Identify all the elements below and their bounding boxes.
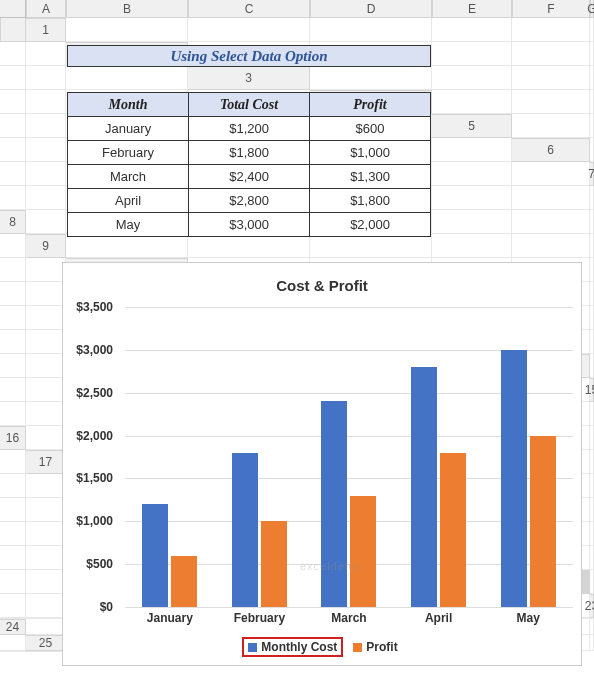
table-cell[interactable]: $1,800 (189, 141, 310, 165)
cell[interactable] (432, 42, 512, 66)
bar[interactable] (501, 350, 527, 607)
cell[interactable] (0, 354, 26, 378)
cell[interactable] (432, 18, 512, 42)
column-header[interactable]: G (590, 0, 594, 18)
table-cell[interactable]: January (68, 117, 189, 141)
bar[interactable] (411, 367, 437, 607)
cell[interactable] (432, 186, 512, 210)
cell[interactable] (590, 635, 594, 651)
cell[interactable] (66, 18, 188, 42)
cell[interactable] (590, 234, 594, 258)
cell[interactable] (432, 234, 512, 258)
cell[interactable] (590, 522, 594, 546)
bar[interactable] (530, 436, 556, 607)
cell[interactable] (590, 186, 594, 210)
cell[interactable] (26, 138, 66, 162)
cell[interactable] (590, 426, 594, 450)
cell[interactable] (26, 162, 66, 186)
cell[interactable] (310, 66, 432, 90)
row-header[interactable]: 24 (0, 619, 26, 635)
cell[interactable] (590, 210, 594, 234)
bar[interactable] (171, 556, 197, 607)
cell[interactable] (26, 210, 66, 234)
cell[interactable] (26, 651, 66, 652)
bar[interactable] (440, 453, 466, 607)
cell[interactable] (590, 619, 594, 635)
cell[interactable] (26, 570, 66, 594)
cell[interactable] (26, 546, 66, 570)
cell[interactable] (310, 234, 432, 258)
cell[interactable] (26, 306, 66, 330)
cell[interactable] (590, 570, 594, 594)
cell[interactable] (432, 90, 512, 114)
cell[interactable] (432, 66, 512, 90)
cell[interactable] (26, 330, 66, 354)
row-header[interactable]: 7 (590, 162, 594, 186)
cell[interactable] (590, 402, 594, 426)
cell[interactable] (432, 162, 512, 186)
bar[interactable] (321, 401, 347, 607)
cell[interactable] (0, 162, 26, 186)
cell[interactable] (590, 18, 594, 42)
cell[interactable] (512, 18, 590, 42)
cell[interactable] (590, 450, 594, 474)
cell[interactable] (188, 234, 310, 258)
cell[interactable] (66, 234, 188, 258)
cell[interactable] (512, 114, 590, 138)
cell[interactable] (0, 635, 26, 651)
cell[interactable] (590, 66, 594, 90)
cell[interactable] (590, 114, 594, 138)
cell[interactable] (26, 594, 66, 618)
cell[interactable] (0, 306, 26, 330)
row-header[interactable]: 17 (26, 450, 66, 474)
legend-item[interactable]: Profit (349, 639, 401, 655)
table-cell[interactable]: $1,000 (310, 141, 431, 165)
cell[interactable] (0, 66, 26, 90)
bar[interactable] (142, 504, 168, 607)
cell[interactable] (26, 354, 66, 378)
cell[interactable] (0, 378, 26, 402)
cell[interactable] (0, 546, 26, 570)
table-cell[interactable]: $2,000 (310, 213, 431, 237)
cell[interactable] (590, 498, 594, 522)
cell[interactable] (590, 90, 594, 114)
cell[interactable] (0, 594, 26, 618)
cell[interactable] (66, 66, 188, 90)
table-cell[interactable]: February (68, 141, 189, 165)
column-header[interactable]: E (432, 0, 512, 18)
bar[interactable] (232, 453, 258, 607)
cell[interactable] (512, 162, 590, 186)
legend-item[interactable]: Monthly Cost (242, 637, 343, 657)
chart[interactable]: Cost & Profit $0$500$1,000$1,500$2,000$2… (62, 262, 582, 666)
row-header[interactable]: 23 (590, 594, 594, 618)
row-header[interactable]: 5 (432, 114, 512, 138)
row-header[interactable]: 16 (0, 426, 26, 450)
row-header[interactable]: 15 (590, 378, 594, 402)
row-header[interactable]: 6 (512, 138, 590, 162)
cell[interactable] (0, 474, 26, 498)
cell[interactable] (26, 522, 66, 546)
cell[interactable] (590, 354, 594, 378)
column-header[interactable]: B (66, 0, 188, 18)
cell[interactable] (0, 234, 26, 258)
cell[interactable] (26, 90, 66, 114)
row-header[interactable]: 9 (26, 234, 66, 258)
bar[interactable] (350, 496, 376, 607)
cell[interactable] (0, 498, 26, 522)
cell[interactable] (512, 234, 590, 258)
cell[interactable] (590, 330, 594, 354)
grid-corner[interactable] (0, 0, 26, 18)
table-cell[interactable]: May (68, 213, 189, 237)
cell[interactable] (512, 210, 590, 234)
table-cell[interactable]: April (68, 189, 189, 213)
row-header[interactable]: 25 (26, 635, 66, 651)
cell[interactable] (26, 426, 66, 450)
table-cell[interactable]: $1,800 (310, 189, 431, 213)
cell[interactable] (0, 42, 26, 66)
cell[interactable] (26, 402, 66, 426)
cell[interactable] (26, 474, 66, 498)
table-cell[interactable]: $600 (310, 117, 431, 141)
cell[interactable] (26, 42, 66, 66)
row-header[interactable]: 1 (26, 18, 66, 42)
cell[interactable] (26, 378, 66, 402)
